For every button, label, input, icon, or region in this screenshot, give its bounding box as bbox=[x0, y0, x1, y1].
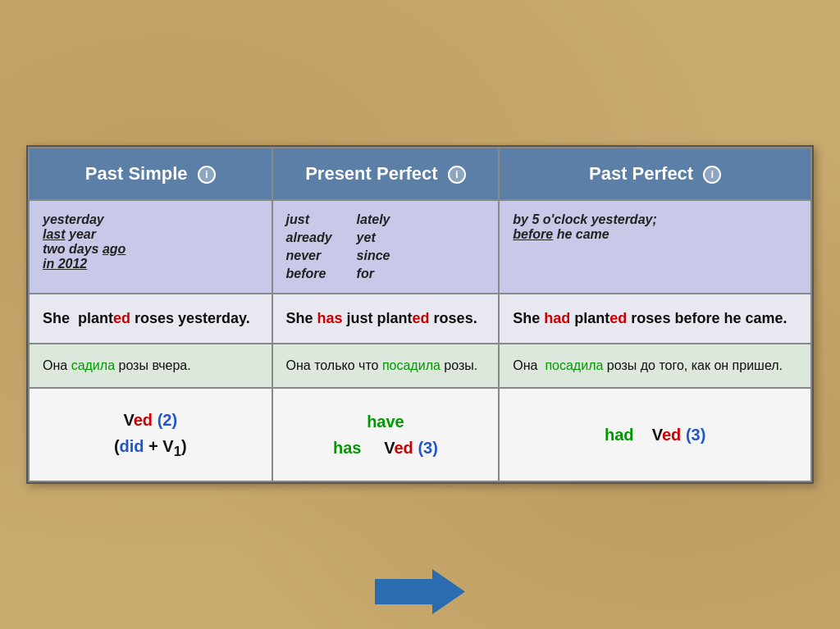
russian-col3: Она посадила розы до того, как он пришел… bbox=[499, 344, 811, 388]
sentence-col1: She planted roses yesterday. bbox=[29, 294, 272, 344]
info-icon-past-simple[interactable]: i bbox=[198, 166, 216, 184]
header-present-perfect: Present Perfect i bbox=[272, 148, 500, 200]
formula-col1: Ved (2) (did + V1) bbox=[29, 388, 272, 482]
russian-row: Она садила розы вчера. Она только что по… bbox=[29, 344, 811, 388]
keywords-col3: by 5 o'clock yesterday; before he came bbox=[499, 200, 811, 294]
keyword-before-came: before bbox=[513, 227, 553, 241]
sentences-row: She planted roses yesterday. She has jus… bbox=[29, 294, 811, 344]
keyword-last-year: last year bbox=[43, 227, 258, 242]
keyword-already: already bbox=[286, 230, 332, 245]
keyword-for: for bbox=[357, 267, 390, 281]
formula-row: Ved (2) (did + V1) have has Ved (3) had … bbox=[29, 388, 811, 482]
grammar-table: Past Simple i Present Perfect i Past Per… bbox=[26, 145, 814, 485]
keyword-lately: lately bbox=[357, 212, 390, 227]
right-arrow-icon bbox=[375, 569, 465, 614]
russian-col2: Она только что посадила розы. bbox=[272, 344, 500, 388]
keyword-before: before bbox=[286, 267, 332, 281]
keyword-yet: yet bbox=[357, 230, 390, 245]
keywords-col2: just already never before lately yet sin… bbox=[272, 200, 500, 294]
header-past-perfect: Past Perfect i bbox=[499, 148, 811, 200]
keywords-row: yesterday last year two days ago in 2012… bbox=[29, 200, 811, 294]
info-icon-present-perfect[interactable]: i bbox=[448, 166, 466, 184]
keyword-two-days-ago: two days ago bbox=[43, 242, 258, 257]
keyword-just: just bbox=[286, 212, 332, 227]
keyword-yesterday: yesterday bbox=[43, 212, 258, 227]
sentence-col2: She has just planted roses. bbox=[272, 294, 500, 344]
arrow-container bbox=[375, 569, 465, 614]
svg-marker-0 bbox=[375, 569, 465, 614]
keyword-never: never bbox=[286, 248, 332, 263]
keyword-since: since bbox=[357, 248, 390, 263]
formula-col3: had Ved (3) bbox=[499, 388, 811, 482]
header-past-simple: Past Simple i bbox=[29, 148, 272, 200]
keyword-by5: by 5 o'clock yesterday; bbox=[513, 212, 656, 226]
sentence-col3: She had planted roses before he came. bbox=[499, 294, 811, 344]
formula-col2: have has Ved (3) bbox=[272, 388, 500, 482]
info-icon-past-perfect[interactable]: i bbox=[703, 166, 721, 184]
keyword-in-2012: in 2012 bbox=[43, 257, 258, 271]
keywords-col1: yesterday last year two days ago in 2012 bbox=[29, 200, 272, 294]
russian-col1: Она садила розы вчера. bbox=[29, 344, 272, 388]
